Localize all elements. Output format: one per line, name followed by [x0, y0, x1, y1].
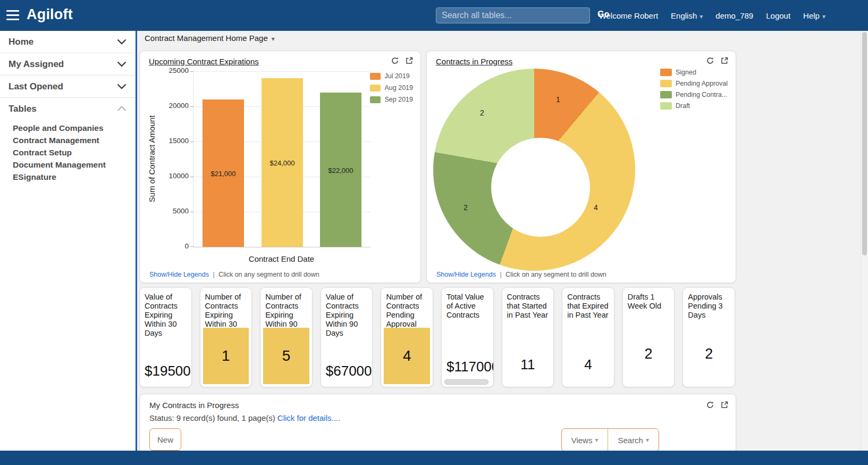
kpi-number-expiring-30-days[interactable]: Number of Contracts Expiring Within 30 D…	[200, 287, 252, 387]
sidebar-item-contract-management[interactable]: Contract Management	[13, 134, 135, 146]
bar[interactable]: $24,000	[262, 78, 303, 247]
sidebar-section-tables[interactable]: Tables	[0, 98, 135, 120]
help-menu[interactable]: Help	[803, 11, 825, 20]
upcoming-contract-expirations-card: Upcoming Contract Expirations Sum of Con…	[139, 51, 421, 283]
bar-value-label: $21,000	[211, 170, 236, 178]
donut-legend-swatch	[660, 69, 672, 76]
legend-item[interactable]: Aug 2019	[370, 84, 413, 92]
chevron-down-icon	[117, 84, 127, 89]
logout-link[interactable]: Logout	[766, 11, 790, 20]
popout-icon[interactable]	[406, 57, 413, 64]
kpi-value: 4	[562, 356, 614, 373]
language-menu[interactable]: English	[671, 11, 703, 20]
breadcrumb[interactable]: Contract Management Home Page	[145, 34, 275, 43]
horizontal-scrollbar[interactable]	[444, 379, 488, 385]
drilldown-note: Click on any segment to drill down	[218, 271, 319, 278]
sidebar-section-last-opened[interactable]: Last Opened	[0, 76, 135, 98]
bar-value-label: $24,000	[270, 159, 295, 167]
sidebar-item-document-management[interactable]: Document Management	[13, 159, 135, 171]
kpi-value-expiring-30-days[interactable]: Value of Contracts Expiring Within 30 Da…	[139, 287, 192, 387]
content-divider	[136, 31, 137, 451]
sidebar-item-people-and-companies[interactable]: People and Companies	[13, 122, 135, 134]
x-axis-label: Contract End Date	[193, 254, 370, 263]
kpi-total-value-active[interactable]: Total Value of Active Contracts $117000	[441, 287, 494, 387]
kpi-value-expiring-90-days[interactable]: Value of Contracts Expiring Within 90 Da…	[321, 287, 373, 387]
bar[interactable]: $21,000	[203, 99, 244, 247]
kpi-value: 2	[623, 346, 675, 362]
kpi-value: 4	[403, 347, 411, 364]
refresh-icon[interactable]	[391, 57, 399, 64]
bar-chart-title[interactable]: Upcoming Contract Expirations	[149, 57, 259, 66]
bar[interactable]: $22,000	[320, 93, 361, 247]
sidebar-table-items: People and Companies Contract Management…	[0, 120, 135, 183]
kpi-expired-past-year[interactable]: Contracts that Expired in Past Year 4	[562, 287, 614, 387]
bar-plot-area: $21,000 $24,000 $22,000	[193, 71, 370, 247]
views-search-group: Views Search	[561, 428, 659, 452]
scrollbar-thumb[interactable]	[862, 32, 867, 255]
show-hide-legends-link[interactable]: Show/Hide Legends	[436, 271, 496, 278]
sidebar-item-esignature[interactable]: ESignature	[13, 171, 135, 183]
kpi-started-past-year[interactable]: Contracts that Started in Past Year 11	[502, 287, 554, 387]
bar-legend-swatch	[370, 96, 381, 103]
kpi-value: $19500	[145, 363, 191, 379]
slice-value-pending-contract: 2	[464, 203, 468, 212]
donut-chart[interactable]	[433, 69, 635, 271]
chevron-down-icon	[117, 61, 127, 67]
bar-chart-legend: Jul 2019 Aug 2019 Sep 2019	[370, 72, 413, 107]
kpi-number-expiring-90-days[interactable]: Number of Contracts Expiring Within 90 D…	[260, 287, 313, 387]
y-axis-tick: 0	[140, 242, 189, 250]
refresh-icon[interactable]	[706, 401, 714, 409]
popout-icon[interactable]	[721, 57, 728, 64]
kpi-drafts-1-week-old[interactable]: Drafts 1 Week Old 2	[622, 287, 675, 387]
kpi-row: Value of Contracts Expiring Within 30 Da…	[139, 287, 735, 387]
welcome-user-label: Welcome Robert	[599, 11, 658, 20]
y-axis-tick: 5000	[140, 207, 189, 215]
sidebar-section-my-assigned[interactable]: My Assigned	[0, 53, 135, 76]
menu-icon[interactable]	[6, 10, 19, 20]
legend-item[interactable]: Jul 2019	[370, 72, 413, 80]
y-axis-tick: 25000	[140, 67, 189, 74]
legend-item[interactable]: Signed	[660, 69, 728, 76]
donut-hole	[491, 138, 590, 237]
kpi-value: 1	[222, 347, 230, 364]
bottom-blue-bar	[0, 451, 868, 465]
kpi-highlight: 1	[203, 328, 249, 384]
donut-chart-title[interactable]: Contracts in Progress	[436, 57, 512, 66]
legend-item[interactable]: Sep 2019	[370, 96, 413, 103]
donut-legend-swatch	[660, 80, 672, 87]
kpi-number-pending-approval[interactable]: Number of Contracts Pending Approval 4	[381, 287, 433, 387]
views-button[interactable]: Views	[562, 429, 608, 451]
show-hide-legends-link[interactable]: Show/Hide Legends	[149, 271, 209, 278]
drilldown-note: Click on any segment to drill down	[505, 271, 606, 278]
y-axis-tick: 15000	[140, 137, 189, 145]
chevron-down-icon	[117, 39, 127, 45]
refresh-icon[interactable]	[706, 57, 714, 64]
popout-icon[interactable]	[721, 401, 728, 409]
account-label[interactable]: demo_789	[715, 11, 753, 20]
bar-legend-swatch	[370, 85, 381, 92]
sidebar-item-contract-setup[interactable]: Contract Setup	[13, 146, 135, 159]
legend-item[interactable]: Pending Approval	[660, 80, 728, 87]
contracts-in-progress-card: Contracts in Progress 1 2 2 4 Signed Pen…	[426, 51, 736, 283]
kpi-highlight: 5	[263, 328, 309, 384]
kpi-highlight: 4	[384, 328, 430, 384]
legend-item[interactable]: Draft	[660, 102, 728, 110]
panel-title: My Contracts in Progress	[140, 394, 736, 410]
donut-legend-swatch	[660, 91, 672, 98]
search-button[interactable]: Search	[608, 429, 659, 451]
legend-item[interactable]: Pending Contra...	[660, 91, 728, 98]
kpi-value: 5	[282, 347, 291, 364]
sidebar-section-home[interactable]: Home	[0, 31, 135, 53]
slice-value-pending-approval: 4	[594, 203, 598, 212]
bar-value-label: $22,000	[328, 167, 353, 175]
slice-value-signed: 1	[556, 95, 560, 104]
donut-legend-swatch	[660, 102, 672, 110]
search-input[interactable]	[436, 7, 590, 23]
vertical-scrollbar[interactable]	[861, 31, 868, 451]
new-button[interactable]: New	[149, 428, 181, 451]
donut-chart-legend: Signed Pending Approval Pending Contra..…	[660, 69, 728, 113]
sidebar: Home My Assigned Last Opened Tables Peop…	[0, 31, 135, 451]
details-link[interactable]: Click for details....	[277, 413, 340, 422]
navbar-links: Welcome Robert English demo_789 Logout H…	[599, 0, 825, 31]
kpi-approvals-pending-3-days[interactable]: Approvals Pending 3 Days 2	[682, 287, 735, 387]
